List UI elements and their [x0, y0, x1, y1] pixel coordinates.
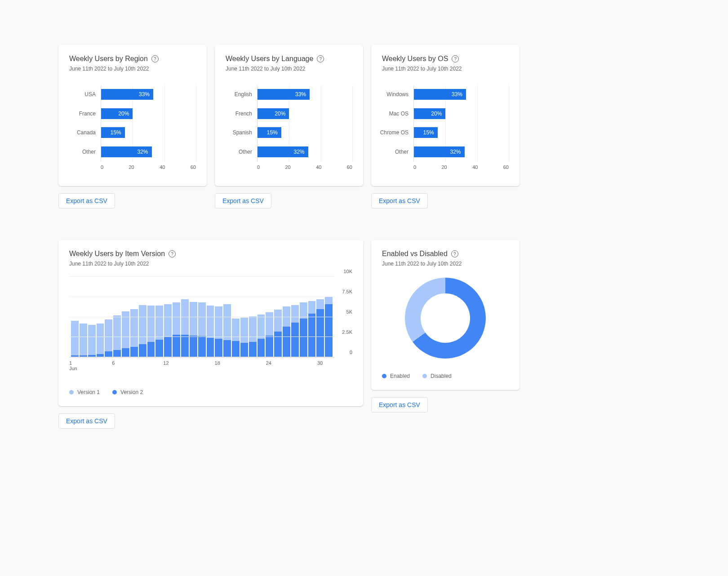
stacked-column: [139, 277, 146, 357]
bar: 32%: [101, 146, 152, 157]
stacked-column: [240, 277, 248, 357]
stacked-column: [249, 277, 257, 357]
os-card-body: Weekly Users by OS ? June 11th 2022 to J…: [371, 45, 519, 186]
stacked-column: [88, 277, 96, 357]
stacked-column: [232, 277, 240, 357]
export-version-button[interactable]: Export as CSV: [58, 413, 115, 429]
region-card-body: Weekly Users by Region ? June 11th 2022 …: [58, 45, 207, 186]
bar: 15%: [414, 127, 438, 138]
stacked-column: [291, 277, 299, 357]
bar-label: Other: [395, 149, 408, 155]
help-icon[interactable]: ?: [317, 55, 324, 62]
help-icon[interactable]: ?: [169, 250, 176, 257]
bar: 20%: [101, 108, 133, 119]
stacked-column: [155, 277, 163, 357]
stacked-column: [325, 277, 333, 357]
bar-label: Canada: [77, 129, 96, 136]
export-os-button[interactable]: Export as CSV: [371, 193, 428, 208]
stacked-column: [308, 277, 316, 357]
stacked-column: [113, 277, 121, 357]
legend-label: Enabled: [390, 373, 410, 379]
region-title: Weekly Users by Region: [69, 55, 148, 63]
bar: 15%: [257, 127, 281, 138]
stacked-column: [283, 277, 290, 357]
bar-label: Mac OS: [389, 111, 408, 117]
stacked-column: [164, 277, 172, 357]
os-chart: Windows33%Mac OS20%Chrome OS15%Other32%0…: [382, 85, 509, 175]
bar: 15%: [101, 127, 125, 138]
bar-label: French: [235, 111, 252, 117]
language-subtitle: June 11th 2022 to July 10th 2022: [226, 66, 352, 72]
language-chart: English33%French20%Spanish15%Other32%020…: [226, 85, 352, 175]
help-icon[interactable]: ?: [451, 250, 458, 257]
dot-icon: [112, 390, 117, 394]
enabled-card-body: Enabled vs Disabled ? June 11th 2022 to …: [371, 240, 519, 390]
stacked-column: [300, 277, 307, 357]
legend-version2: Version 2: [112, 389, 143, 395]
card-version: Weekly Users by Item Version ? June 11th…: [58, 240, 363, 429]
stacked-column: [316, 277, 324, 357]
stacked-column: [223, 277, 231, 357]
export-region-button[interactable]: Export as CSV: [58, 193, 115, 208]
stacked-column: [181, 277, 189, 357]
enabled-subtitle: June 11th 2022 to July 10th 2022: [382, 261, 509, 267]
stacked-column: [122, 277, 129, 357]
bar-label: English: [235, 91, 252, 97]
language-title: Weekly Users by Language: [226, 55, 313, 63]
stacked-column: [266, 277, 273, 357]
region-chart: USA33%France20%Canada15%Other32%0204060: [69, 85, 196, 175]
card-enabled: Enabled vs Disabled ? June 11th 2022 to …: [371, 240, 519, 429]
stacked-column: [71, 277, 79, 357]
os-title: Weekly Users by OS: [382, 55, 448, 63]
bar: 32%: [257, 146, 308, 157]
version-title: Weekly Users by Item Version: [69, 250, 165, 258]
legend-disabled: Disabled: [422, 373, 452, 379]
bar-label: Spanish: [233, 129, 252, 136]
dot-icon: [382, 374, 386, 378]
export-language-button[interactable]: Export as CSV: [215, 193, 271, 208]
legend-label: Disabled: [431, 373, 452, 379]
bar: 33%: [414, 89, 466, 100]
stacked-column: [80, 277, 87, 357]
stacked-column: [105, 277, 112, 357]
bar-label: Other: [239, 149, 252, 155]
stacked-column: [97, 277, 104, 357]
stacked-column: [257, 277, 265, 357]
version-legend: Version 1 Version 2: [69, 389, 352, 395]
version-card-body: Weekly Users by Item Version ? June 11th…: [58, 240, 363, 406]
bar: 20%: [414, 108, 445, 119]
stacked-column: [198, 277, 206, 357]
bar: 32%: [414, 146, 465, 157]
help-icon[interactable]: ?: [151, 55, 159, 62]
stacked-column: [190, 277, 197, 357]
bar: 33%: [101, 89, 153, 100]
legend-label: Version 2: [120, 389, 143, 395]
bar: 20%: [257, 108, 289, 119]
bar-label: Windows: [386, 91, 408, 97]
stacked-column: [130, 277, 138, 357]
region-subtitle: June 11th 2022 to July 10th 2022: [69, 66, 196, 72]
export-enabled-button[interactable]: Export as CSV: [371, 397, 428, 412]
language-card-body: Weekly Users by Language ? June 11th 202…: [215, 45, 363, 186]
help-icon[interactable]: ?: [452, 55, 459, 62]
stacked-column: [274, 277, 282, 357]
stacked-column: [207, 277, 214, 357]
legend-version1: Version 1: [69, 389, 100, 395]
bar: 33%: [257, 89, 310, 100]
card-language: Weekly Users by Language ? June 11th 202…: [215, 45, 363, 208]
bar-label: USA: [84, 91, 96, 97]
bar-label: Chrome OS: [380, 129, 408, 136]
legend-label: Version 1: [77, 389, 100, 395]
enabled-legend: Enabled Disabled: [382, 373, 509, 379]
version-chart: 02.5K5K7.5K10K: [69, 277, 352, 358]
dot-icon: [422, 374, 427, 378]
legend-enabled: Enabled: [382, 373, 410, 379]
stacked-column: [173, 277, 180, 357]
enabled-chart: [382, 278, 509, 359]
dot-icon: [69, 390, 74, 394]
stacked-column: [215, 277, 222, 357]
version-subtitle: June 11th 2022 to July 10th 2022: [69, 261, 352, 267]
enabled-title: Enabled vs Disabled: [382, 250, 448, 258]
card-region: Weekly Users by Region ? June 11th 2022 …: [58, 45, 207, 208]
os-subtitle: June 11th 2022 to July 10th 2022: [382, 66, 509, 72]
